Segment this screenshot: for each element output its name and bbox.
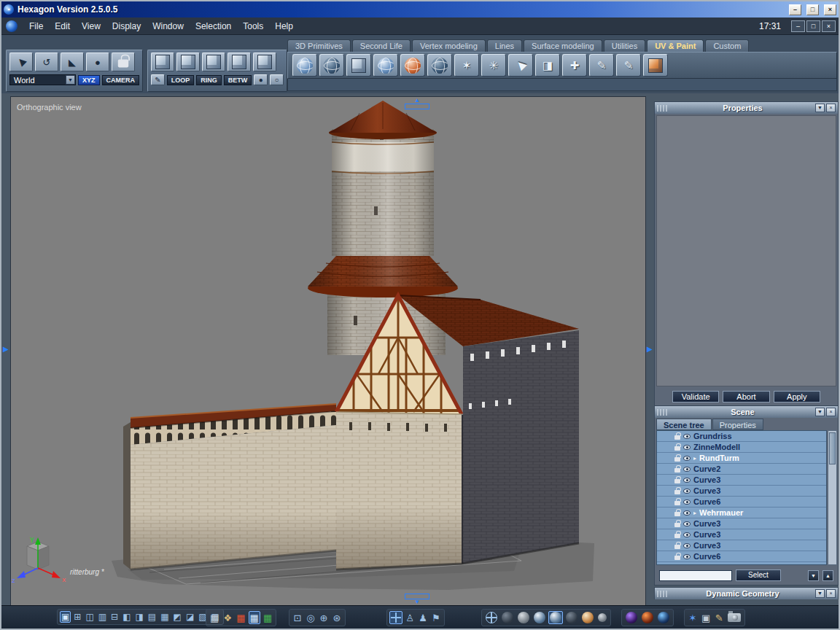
select-faces-button[interactable] [202, 52, 225, 71]
right-splitter-arrow-icon[interactable]: ▶ [647, 346, 653, 353]
uv-sphere-unwrap-tool[interactable] [292, 54, 317, 77]
universal-manipulator-button[interactable] [389, 611, 402, 624]
menu-view[interactable]: View [76, 18, 106, 34]
maximize-button[interactable]: □ [806, 4, 819, 15]
app-maximize-button[interactable]: □ [806, 20, 820, 32]
tab-uv-paint[interactable]: UV & Paint [647, 39, 704, 52]
app-minimize-button[interactable]: – [791, 20, 805, 32]
close-button[interactable]: × [824, 4, 836, 15]
checker-red-button[interactable]: ▦ [235, 611, 246, 624]
drag-grip-icon[interactable] [657, 409, 669, 416]
layout-single-button[interactable]: ▣ [60, 611, 71, 623]
panel-close-icon[interactable]: × [826, 408, 836, 416]
lock-icon[interactable] [674, 435, 680, 440]
lock-icon[interactable] [674, 512, 680, 516]
lock-icon[interactable] [674, 479, 680, 483]
material-ball-2-button[interactable] [640, 611, 655, 624]
layout-split-button[interactable]: ⊟ [109, 611, 120, 623]
eye-icon[interactable] [683, 456, 691, 461]
scene-tree-row[interactable]: Grundriss [657, 431, 826, 442]
menu-tools[interactable]: Tools [237, 18, 269, 34]
top-splitter-handle[interactable]: ▲ [405, 98, 429, 109]
uv-grid-toggle[interactable]: ▦ [209, 611, 220, 624]
camera-button[interactable]: CAMERA [102, 75, 140, 85]
layout-rows-button[interactable]: ▤ [147, 611, 158, 623]
eye-icon[interactable] [683, 499, 691, 505]
xyz-button[interactable]: XYZ [78, 75, 100, 85]
backface-mode-button[interactable] [580, 611, 595, 624]
textured-mode-button[interactable] [548, 611, 563, 624]
lock-icon[interactable] [674, 545, 680, 549]
betw-button[interactable]: BETW [224, 75, 252, 85]
layout-2h-button[interactable]: ▥ [97, 611, 108, 623]
shrink-selection-button[interactable]: ○ [270, 74, 284, 85]
paint-3d-button[interactable]: ✎ [713, 611, 725, 624]
tab-surface-modeling[interactable]: Surface modeling [524, 39, 602, 52]
eye-icon[interactable] [683, 532, 691, 537]
zoom-in-button[interactable]: ⊕ [318, 611, 330, 624]
lock-icon[interactable] [674, 523, 680, 527]
select-button[interactable]: Select [736, 569, 781, 581]
coordinate-space-dropdown[interactable]: World ▼ [9, 74, 76, 85]
uv-spherical-projection-tool[interactable] [319, 54, 344, 77]
hidden-line-mode-button[interactable] [500, 611, 515, 624]
panel-close-icon[interactable]: × [826, 589, 836, 598]
lock-icon[interactable] [674, 501, 680, 505]
uv-unfold-tool[interactable]: ✶ [454, 54, 479, 77]
scroll-down-button[interactable]: ▼ [808, 570, 819, 581]
left-splitter-arrow-icon[interactable]: ▶ [3, 346, 9, 353]
grow-selection-button[interactable]: ● [254, 74, 268, 85]
uv-cylinder-projection-tool[interactable] [373, 54, 398, 77]
scene-tree-row[interactable]: ▸RundTurm [657, 453, 826, 464]
checker-green-button[interactable]: ▦ [262, 611, 273, 624]
panel-menu-icon[interactable]: ▼ [815, 408, 825, 416]
tab-scene-properties[interactable]: Properties [712, 419, 763, 430]
tab-second-life[interactable]: Second Life [352, 39, 411, 52]
menu-display[interactable]: Display [106, 18, 147, 34]
lock-icon[interactable] [674, 534, 680, 538]
rotate-tool[interactable]: ↺ [35, 52, 58, 71]
layout-quad-button[interactable]: ⊞ [72, 611, 82, 623]
eye-icon[interactable] [683, 434, 691, 439]
menu-selection[interactable]: Selection [190, 18, 237, 34]
tab-utilities[interactable]: Utilities [604, 39, 645, 52]
tab-lines[interactable]: Lines [487, 39, 522, 52]
scene-tree-row[interactable]: Curve6 [657, 551, 826, 562]
texture-cube-tool[interactable] [643, 54, 668, 77]
airbrush-tool[interactable]: ✎ [616, 54, 641, 77]
smooth-shade-mode-button[interactable] [532, 611, 547, 624]
panel-close-icon[interactable]: × [826, 104, 836, 112]
material-ball-1-button[interactable] [624, 611, 639, 624]
apply-button[interactable]: Apply [774, 391, 820, 402]
eye-icon[interactable] [683, 489, 691, 494]
layout-corner-tl-button[interactable]: ◩ [172, 611, 183, 623]
viewport-3d[interactable]: Y x z Orthographic view ritterburg * ▲ ▼ [10, 96, 646, 607]
menu-file[interactable]: File [23, 18, 49, 34]
lock-icon[interactable] [674, 556, 680, 560]
scene-panel-header[interactable]: Scene ▼ × [655, 406, 838, 418]
circle-select-button[interactable]: ◎ [305, 611, 316, 624]
lock-icon[interactable] [674, 490, 680, 494]
eye-icon[interactable] [683, 478, 691, 483]
panel-menu-icon[interactable]: ▼ [815, 589, 825, 598]
ring-button[interactable]: RING [196, 75, 222, 85]
lock-icon[interactable] [674, 446, 680, 451]
scene-tree-row[interactable]: Curve6 [657, 497, 826, 508]
paint-brush-tool[interactable]: ✎ [589, 54, 614, 77]
uv-planar-projection-tool[interactable] [427, 54, 452, 77]
eye-icon[interactable] [683, 445, 691, 450]
expand-arrow-icon[interactable]: ▸ [693, 455, 696, 462]
smoothing-toggle-button[interactable]: ✶ [687, 611, 699, 624]
eye-icon[interactable] [683, 543, 691, 548]
sphere-tool[interactable]: ● [86, 52, 109, 71]
wireframe-mode-button[interactable] [484, 611, 499, 624]
select-arrow-tool[interactable]: ▶ [9, 52, 33, 71]
layout-left-button[interactable]: ◧ [121, 611, 132, 623]
uv-cut-tool[interactable]: ▶ [508, 54, 533, 77]
uv-mirror-tool[interactable]: ◨ [535, 54, 560, 77]
drag-grip-icon[interactable] [657, 591, 669, 597]
scroll-up-button[interactable]: ▲ [822, 570, 833, 581]
menu-edit[interactable]: Edit [49, 18, 76, 34]
panel-menu-icon[interactable]: ▼ [815, 104, 825, 112]
select-edges-button[interactable] [176, 52, 200, 71]
